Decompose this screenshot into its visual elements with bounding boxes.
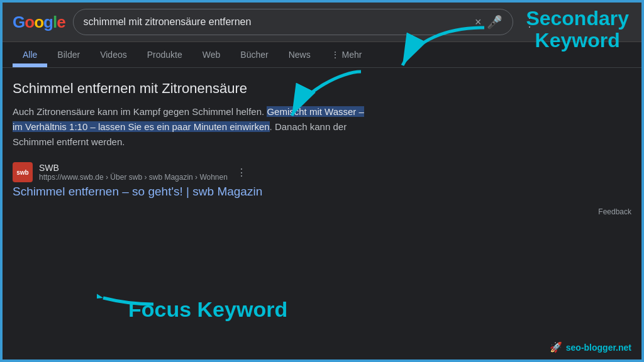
result-link[interactable]: Schimmel entfernen – so geht's! | swb Ma… [13, 185, 631, 199]
source-row: swb SWB https://www.swb.de › Über swb › … [13, 162, 631, 182]
clear-button[interactable]: × [475, 16, 482, 29]
source-info: SWB https://www.swb.de › Über swb › swb … [39, 163, 228, 182]
apps-icon[interactable]: ⋮ [523, 14, 536, 30]
feedback-label[interactable]: Feedback [598, 207, 631, 216]
tab-videos[interactable]: Videos [90, 42, 137, 67]
tab-alle[interactable]: Alle [13, 42, 47, 67]
branding: 🚀 seo-blogger.net [550, 341, 631, 353]
tab-web[interactable]: Web [192, 42, 231, 67]
source-name: SWB [39, 163, 228, 173]
result-title: Schimmel entfernen mit Zitronensäure [13, 80, 631, 97]
more-options-icon[interactable]: ⋮ [236, 167, 247, 178]
nav-tabs: Alle Bilder Videos Produkte Web Bücher N… [3, 42, 641, 68]
tab-news[interactable]: News [279, 42, 321, 67]
result-snippet: Auch Zitronensäure kann im Kampf gegen S… [13, 104, 365, 150]
search-results: Schimmel entfernen mit Zitronensäure Auc… [3, 68, 641, 205]
source-favicon: swb [13, 162, 33, 182]
tab-mehr[interactable]: ⋮ Mehr [321, 42, 372, 67]
snippet-plain: Auch Zitronensäure kann im Kampf gegen S… [13, 106, 267, 117]
branding-icon: 🚀 [550, 341, 562, 353]
tab-bilder[interactable]: Bilder [47, 42, 90, 67]
search-query: schimmel mit zitronensäure entfernen [84, 16, 470, 28]
voice-icon[interactable]: 🎤 [487, 14, 502, 30]
feedback-row: Feedback [3, 205, 641, 219]
focus-keyword-label: Focus Keyword [128, 297, 287, 322]
arrow-to-result-link [97, 279, 160, 317]
tab-buecher[interactable]: Bücher [230, 42, 278, 67]
header: Google schimmel mit zitronensäure entfer… [3, 3, 641, 42]
main-container: Google schimmel mit zitronensäure entfer… [0, 0, 644, 362]
branding-text: seo-blogger.net [566, 343, 631, 353]
tab-produkte[interactable]: Produkte [137, 42, 192, 67]
source-url: https://www.swb.de › Über swb › swb Maga… [39, 173, 228, 182]
google-logo: Google [13, 13, 65, 32]
search-bar[interactable]: schimmel mit zitronensäure entfernen × 🎤 [73, 9, 513, 35]
